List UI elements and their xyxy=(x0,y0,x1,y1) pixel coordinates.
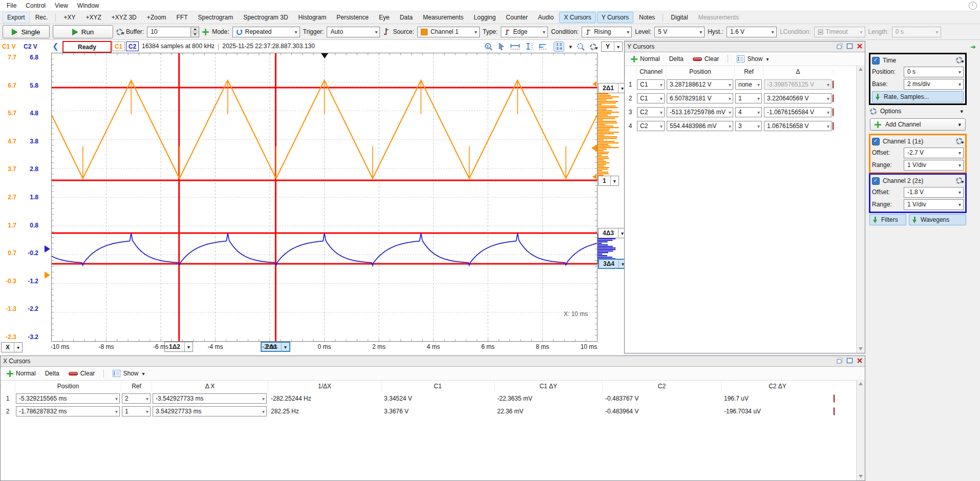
options-dropdown[interactable]: Options xyxy=(870,106,966,116)
close-icon[interactable] xyxy=(856,357,863,364)
y-axis-selector[interactable]: Y xyxy=(601,41,623,52)
x-cursors-scrollbar[interactable] xyxy=(856,380,865,480)
buffer-stepper[interactable]: 10 xyxy=(147,27,199,37)
c2-zero-marker[interactable] xyxy=(45,245,50,253)
trigger-level-marker[interactable] xyxy=(591,144,597,152)
restore-icon[interactable] xyxy=(836,43,844,50)
ref-select[interactable]: 1 xyxy=(735,93,762,103)
view-dropdown-icon[interactable] xyxy=(569,44,572,50)
x-axis-dropdown-icon[interactable] xyxy=(14,343,22,352)
position-select[interactable]: -513.167259786 mV xyxy=(667,107,733,117)
x-marker-1d2[interactable]: 1Δ2 xyxy=(164,342,193,352)
lcondition-select[interactable]: Timeout xyxy=(814,27,865,37)
tab-eye[interactable]: Eye xyxy=(374,12,394,23)
y-marker-4d3[interactable]: 4Δ3 xyxy=(598,228,627,238)
tab-measurements[interactable]: Measurements xyxy=(418,12,468,23)
x-show-dropdown[interactable]: Show xyxy=(110,369,147,378)
y-marker-1[interactable]: 1 xyxy=(598,176,619,186)
position-select[interactable]: -5.329215565 ms xyxy=(16,393,120,404)
y-axis-dropdown-icon[interactable] xyxy=(614,42,622,51)
delta-x-select[interactable]: -3.542927733 ms xyxy=(153,393,267,404)
tab--xyz[interactable]: +XYZ xyxy=(81,12,105,23)
ref-select[interactable]: 1 xyxy=(122,406,151,416)
single-button[interactable]: Single xyxy=(3,25,50,38)
expand-right-icon[interactable]: ➜ xyxy=(970,43,976,51)
tab-x-cursors[interactable]: X Cursors xyxy=(559,12,595,23)
close-icon[interactable] xyxy=(856,43,863,50)
y-clear-button[interactable]: Clear xyxy=(690,54,722,64)
add-mode-icon[interactable] xyxy=(202,29,209,35)
channel1-checkbox[interactable] xyxy=(872,138,880,145)
tab-y-cursors[interactable]: Y Cursors xyxy=(597,12,633,23)
y-cursors-scrollbar[interactable] xyxy=(856,65,865,353)
tab--xyz-3d[interactable]: +XYZ 3D xyxy=(107,12,141,23)
y-marker-3d4[interactable]: 3Δ4 xyxy=(598,259,628,269)
channel-select[interactable]: C1 xyxy=(637,79,665,90)
tab-persistence[interactable]: Persistence xyxy=(332,12,373,23)
position-select[interactable]: 3.287188612 V xyxy=(667,79,733,90)
channel-select[interactable]: C2 xyxy=(637,107,665,117)
tab--zoom[interactable]: +Zoom xyxy=(142,12,171,23)
time-position-select[interactable]: 0 s xyxy=(904,67,964,77)
delta-select[interactable]: -1.0676156584 V xyxy=(764,107,832,117)
tab-histogram[interactable]: Histogram xyxy=(294,12,331,23)
trigger-position-marker[interactable] xyxy=(321,53,328,58)
mode-select[interactable]: Repeated xyxy=(232,27,300,37)
channel2-range-select[interactable]: 1 V/div xyxy=(904,199,964,210)
channel1-range-select[interactable]: 1 V/div xyxy=(904,160,964,171)
zoom-region-icon[interactable] xyxy=(577,43,585,51)
tab-audio[interactable]: Audio xyxy=(534,12,559,23)
tab-spectrogram[interactable]: Spectrogram xyxy=(193,12,238,23)
remove-cursor-button[interactable] xyxy=(833,108,834,116)
y-cursor1-handle[interactable] xyxy=(592,174,596,179)
filters-button[interactable]: Filters xyxy=(869,214,906,225)
remove-cursor-button[interactable] xyxy=(834,394,835,403)
tab-fft[interactable]: FFT xyxy=(172,12,192,23)
hysteresis-select[interactable]: 1.6 V xyxy=(727,27,777,37)
run-button[interactable]: Run xyxy=(53,25,113,38)
ref-select[interactable]: 3 xyxy=(735,121,762,131)
tab-spectrogram-3d[interactable]: Spectrogram 3D xyxy=(239,12,292,23)
channel-select[interactable]: C2 xyxy=(637,121,665,131)
wavegens-button[interactable]: Wavegens xyxy=(909,214,966,225)
time-checkbox[interactable] xyxy=(872,57,880,65)
position-select[interactable]: 554.4483986 mV xyxy=(667,121,733,131)
condition-select[interactable]: Rising xyxy=(582,27,632,37)
channel1-gear-icon[interactable] xyxy=(956,138,963,144)
channel-select[interactable]: C1 xyxy=(637,93,665,103)
plot-settings-gear-icon[interactable] xyxy=(590,44,596,50)
position-select[interactable]: 6.507829181 V xyxy=(667,93,733,103)
pointer-tool-icon[interactable] xyxy=(498,43,505,51)
x-axis-selector[interactable]: X xyxy=(1,342,23,352)
ref-select[interactable]: 4 xyxy=(735,107,762,117)
tab-notes[interactable]: Notes xyxy=(634,12,659,23)
length-select[interactable]: 0 s xyxy=(892,27,941,37)
y-add-delta-button[interactable]: Delta xyxy=(666,54,687,64)
tab-logging[interactable]: Logging xyxy=(469,12,500,23)
tab-counter[interactable]: Counter xyxy=(501,12,532,23)
y-cursor2-handle[interactable] xyxy=(592,81,596,87)
tab-data[interactable]: Data xyxy=(395,12,417,23)
zoom-selection-icon[interactable]: 1 xyxy=(484,43,493,51)
x-add-normal-button[interactable]: Normal xyxy=(4,369,39,378)
rate-samples-button[interactable]: Rate, Samples... xyxy=(872,91,964,102)
time-gear-icon[interactable] xyxy=(956,57,963,64)
level-select[interactable]: 5 V xyxy=(654,27,705,37)
buffer-down-button[interactable] xyxy=(191,32,199,37)
channel2-checkbox[interactable] xyxy=(872,177,880,185)
collapse-chevron-icon[interactable]: ❮ xyxy=(52,41,59,51)
channel2-gear-icon[interactable] xyxy=(956,177,963,184)
menu-file[interactable]: File xyxy=(2,1,21,10)
edge-measure-icon[interactable] xyxy=(539,43,549,51)
maximize-icon[interactable] xyxy=(846,43,854,50)
delta-select[interactable]: 1.067615658 V xyxy=(764,121,832,131)
y-add-normal-button[interactable]: Normal xyxy=(628,54,663,64)
y-show-dropdown[interactable]: Show xyxy=(734,54,772,64)
quad-view-toggle[interactable]: 1 23 4 xyxy=(553,41,564,52)
source-select[interactable]: Channel 1 xyxy=(417,27,480,37)
plot-canvas[interactable]: X: 10 ms xyxy=(51,53,598,342)
maximize-icon[interactable] xyxy=(846,357,854,364)
tab-export[interactable]: Export xyxy=(3,12,30,23)
channel1-offset-select[interactable]: -2.7 V xyxy=(904,148,964,158)
delta-select[interactable]: 3.220640569 V xyxy=(764,93,832,103)
